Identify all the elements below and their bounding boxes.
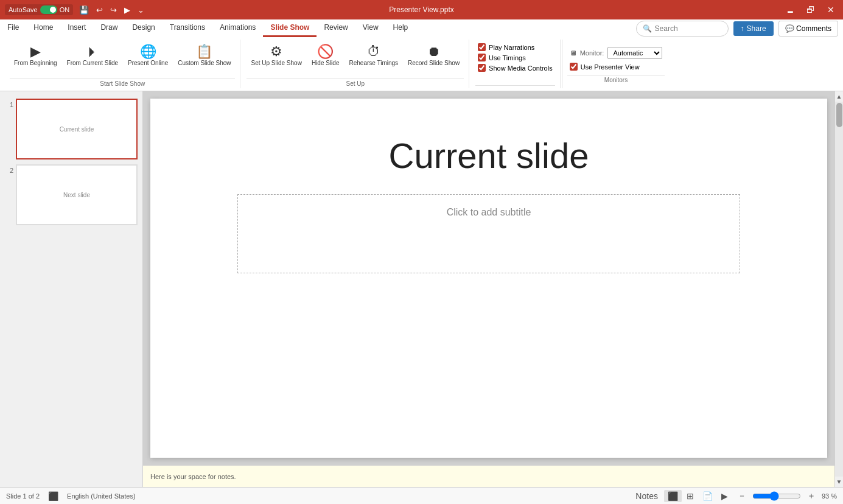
slide-1-number: 1 (5, 101, 13, 108)
options-group-label (475, 85, 555, 88)
presenter-view-label: Use Presenter View (581, 63, 640, 71)
from-current-button[interactable]: ⏵ From Current Slide (63, 42, 122, 70)
slide-count: Slide 1 of 2 (6, 492, 40, 500)
group-setup: ⚙ Set Up Slide Show 🚫 Hide Slide ⏱ Rehea… (242, 40, 469, 88)
custom-show-button[interactable]: 📋 Custom Slide Show (173, 42, 235, 70)
play-narrations-checkbox[interactable] (478, 43, 486, 51)
ribbon-content: ▶ From Beginning ⏵ From Current Slide 🌐 … (0, 37, 843, 91)
more-button[interactable]: ⌄ (135, 4, 147, 16)
show-media-label: Show Media Controls (489, 65, 553, 72)
show-media-item[interactable]: Show Media Controls (478, 64, 553, 72)
slide-2-number: 2 (5, 167, 13, 174)
slide-count-icon[interactable]: ⬛ (46, 490, 61, 502)
present-online-label: Present Online (128, 60, 168, 67)
save-button[interactable]: 💾 (77, 4, 91, 16)
presenter-view-checkbox[interactable] (570, 63, 578, 71)
restore-button[interactable]: 🗗 (803, 4, 819, 16)
quick-access-toolbar: 💾 ↩ ↪ ▶ ⌄ (77, 4, 147, 16)
slide-sorter-button[interactable]: ⊞ (683, 490, 698, 502)
tab-design[interactable]: Design (125, 19, 162, 37)
slide-canvas[interactable]: Current slide Click to add subtitle (150, 99, 827, 458)
slide-panel: 1 Current slide 2 Next slide (0, 91, 143, 487)
record-icon: ⏺ (427, 45, 441, 58)
tab-draw[interactable]: Draw (93, 19, 125, 37)
setup-slideshow-button[interactable]: ⚙ Set Up Slide Show (247, 42, 306, 70)
tab-insert[interactable]: Insert (60, 19, 93, 37)
tab-review[interactable]: Review (317, 19, 355, 37)
from-current-label: From Current Slide (67, 60, 118, 67)
slide-1-wrapper: 1 Current slide (0, 96, 142, 162)
slideshow-view-button[interactable]: ▶ (718, 490, 732, 502)
notes-button[interactable]: Notes (633, 490, 660, 502)
language: English (United States) (67, 492, 136, 500)
use-timings-item[interactable]: Use Timings (478, 54, 553, 61)
reading-view-button[interactable]: 📄 (699, 490, 716, 502)
undo-button[interactable]: ↩ (94, 4, 105, 16)
redo-button[interactable]: ↪ (108, 4, 119, 16)
scroll-down-button[interactable]: ▼ (834, 477, 843, 487)
main-layout: 1 Current slide 2 Next slide (0, 91, 843, 487)
minimize-button[interactable]: 🗕 (782, 4, 798, 16)
tab-animations[interactable]: Animations (212, 19, 263, 37)
monitor-row: 🖥 Monitor: Automatic (570, 47, 663, 59)
tab-file[interactable]: File (0, 19, 26, 37)
start-slideshow-group-label: Start Slide Show (10, 79, 235, 88)
present-online-button[interactable]: 🌐 Present Online (124, 42, 172, 70)
tab-slideshow[interactable]: Slide Show (263, 19, 317, 37)
window-title: Presenter View.pptx (389, 5, 454, 14)
tab-help[interactable]: Help (386, 19, 416, 37)
slide-2-label: Next slide (63, 192, 90, 198)
hide-label: Hide Slide (312, 60, 340, 67)
monitor-label: Monitor: (580, 49, 604, 57)
from-current-icon: ⏵ (86, 45, 99, 58)
present-button[interactable]: ▶ (122, 4, 133, 16)
share-label: Share (747, 24, 766, 33)
slide-2-thumbnail[interactable]: Next slide (16, 164, 138, 225)
autosave-toggle[interactable] (40, 5, 57, 14)
zoom-out-button[interactable]: － (735, 489, 749, 503)
play-narrations-item[interactable]: Play Narrations (478, 43, 553, 51)
search-input[interactable] (655, 24, 722, 33)
from-beginning-button[interactable]: ▶ From Beginning (10, 42, 61, 70)
notes-bar[interactable]: Here is your space for notes. (143, 465, 834, 487)
scroll-track[interactable] (835, 102, 843, 477)
hide-slide-button[interactable]: 🚫 Hide Slide (307, 42, 344, 70)
monitor-select[interactable]: Automatic (607, 47, 662, 59)
show-media-checkbox[interactable] (478, 64, 486, 72)
scroll-thumb[interactable] (836, 103, 842, 127)
slide-subtitle-placeholder[interactable]: Click to add subtitle (237, 194, 740, 273)
tab-view[interactable]: View (355, 19, 386, 37)
share-button[interactable]: ↑ Share (733, 21, 774, 36)
slide-1-thumbnail[interactable]: Current slide (16, 99, 138, 159)
start-slideshow-items: ▶ From Beginning ⏵ From Current Slide 🌐 … (10, 40, 235, 79)
hide-icon: 🚫 (317, 45, 334, 58)
slide-1-label: Current slide (60, 126, 94, 133)
setup-label: Set Up Slide Show (251, 60, 301, 67)
autosave-badge[interactable]: AutoSave ON (5, 4, 73, 15)
comments-button[interactable]: 💬 Comments (778, 21, 838, 37)
slide-title: Current slide (389, 135, 589, 176)
tab-home[interactable]: Home (26, 19, 60, 37)
use-presenter-view-item[interactable]: Use Presenter View (570, 63, 663, 71)
present-online-icon: 🌐 (140, 45, 156, 58)
zoom-in-button[interactable]: ＋ (805, 489, 818, 503)
record-button[interactable]: ⏺ Record Slide Show (404, 42, 464, 70)
search-icon: 🔍 (643, 24, 652, 33)
use-timings-checkbox[interactable] (478, 54, 486, 61)
zoom-slider[interactable] (752, 491, 801, 501)
options-checkboxes: Play Narrations Use Timings Show Media C… (475, 40, 555, 75)
setup-icon: ⚙ (270, 45, 282, 58)
close-button[interactable]: ✕ (824, 4, 838, 16)
setup-items: ⚙ Set Up Slide Show 🚫 Hide Slide ⏱ Rehea… (247, 40, 464, 79)
title-bar: AutoSave ON 💾 ↩ ↪ ▶ ⌄ Presenter View.ppt… (0, 0, 843, 19)
share-icon: ↑ (741, 24, 744, 33)
notes-placeholder: Here is your space for notes. (150, 473, 236, 480)
normal-view-button[interactable]: ⬛ (664, 490, 682, 502)
rehearse-icon: ⏱ (367, 45, 380, 58)
tab-transitions[interactable]: Transitions (163, 19, 212, 37)
monitor-icon: 🖥 (570, 49, 576, 57)
search-box[interactable]: 🔍 (636, 21, 729, 37)
use-timings-label: Use Timings (489, 54, 526, 61)
rehearse-button[interactable]: ⏱ Rehearse Timings (345, 42, 402, 70)
scroll-up-button[interactable]: ▲ (834, 91, 843, 102)
